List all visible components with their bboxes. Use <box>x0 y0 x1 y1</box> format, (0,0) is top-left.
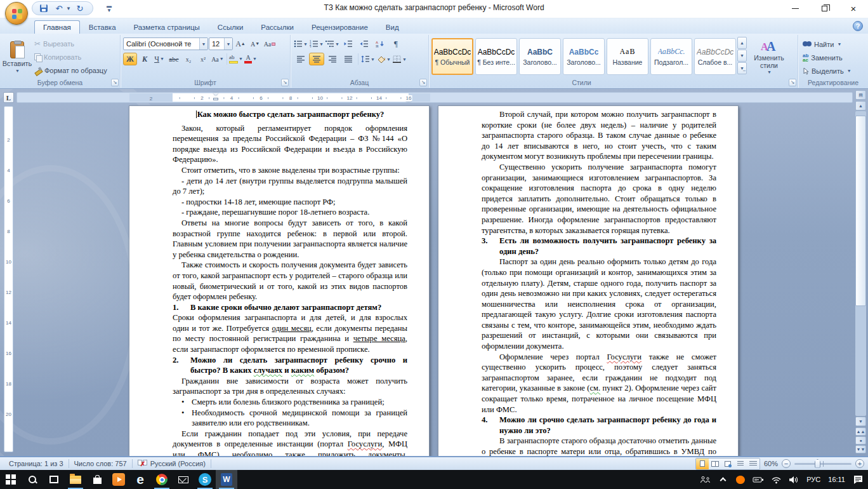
line-spacing-button[interactable]: ▼ <box>360 53 376 65</box>
close-button[interactable]: × <box>839 0 868 17</box>
font-color-button[interactable]: А▼ <box>244 53 258 65</box>
zoom-in-button[interactable]: + <box>855 459 864 468</box>
align-right-button[interactable] <box>325 53 340 65</box>
ruler-toggle-button[interactable]: ▤ <box>855 90 866 100</box>
taskbar-store-button[interactable] <box>86 470 108 489</box>
taskbar-file-explorer-button[interactable] <box>65 470 86 489</box>
wifi-icon[interactable] <box>768 470 784 489</box>
change-styles-button[interactable]: AA Изменить стили ▼ <box>749 37 789 76</box>
styles-more-button[interactable]: ▼̲ <box>737 62 747 74</box>
style-card[interactable]: АаВНазвание <box>607 38 648 75</box>
ribbon-tab[interactable]: Рассылки <box>252 20 303 34</box>
borders-button[interactable]: ▼ <box>392 53 407 65</box>
fullscreen-reading-view-button[interactable] <box>709 459 721 469</box>
document-page[interactable]: Второй случай, при котором можно получит… <box>438 105 739 456</box>
numbering-button[interactable]: 123▼ <box>309 37 324 50</box>
font-dialog-launcher[interactable]: ↘ <box>281 79 289 86</box>
style-card[interactable]: AaBbCcЗаголово... <box>563 38 605 75</box>
taskbar-word-button[interactable]: W <box>216 470 237 489</box>
page-indicator[interactable]: Страница: 1 из 3 <box>4 457 69 470</box>
taskbar-start-button[interactable] <box>0 470 22 489</box>
italic-button[interactable]: К <box>138 53 152 65</box>
paragraph-dialog-launcher[interactable]: ↘ <box>419 79 427 86</box>
style-card[interactable]: AaBbCcDcСлабое в... <box>694 38 736 75</box>
text-highlight-button[interactable]: ab▼ <box>229 53 243 65</box>
ribbon-tab[interactable]: Рецензирование <box>303 20 377 34</box>
select-button[interactable]: Выделить▼ <box>801 65 853 77</box>
align-center-button[interactable] <box>309 53 324 65</box>
bold-button[interactable]: Ж <box>123 53 137 65</box>
change-case-button[interactable]: Аа▼ <box>211 53 225 65</box>
increase-indent-button[interactable] <box>357 37 372 50</box>
battery-icon[interactable] <box>751 470 766 489</box>
select-browse-object-button[interactable]: ● <box>855 436 866 445</box>
multilevel-list-button[interactable]: ▼ <box>325 37 340 50</box>
style-card[interactable]: AaBbCcDc¶ Обычный <box>431 38 473 75</box>
volume-icon[interactable] <box>786 470 801 489</box>
sort-button[interactable]: АЯ <box>372 37 388 50</box>
previous-page-button[interactable]: ▲▲ <box>855 427 866 436</box>
scroll-thumb[interactable] <box>855 116 866 306</box>
indent-marker[interactable] <box>213 93 219 100</box>
underline-button[interactable]: Ч▼ <box>152 53 166 65</box>
ribbon-tab[interactable]: Главная <box>34 20 80 34</box>
ribbon-tab[interactable]: Разметка страницы <box>125 20 209 34</box>
word-count-indicator[interactable]: Число слов: 757 <box>69 457 132 470</box>
find-button[interactable]: Найти▼ <box>801 38 853 50</box>
justify-button[interactable] <box>341 53 356 65</box>
replace-button[interactable]: abacЗаменить <box>801 51 853 64</box>
font-family-combo[interactable]: Calibri (Основной те▼ <box>123 37 208 50</box>
system-clock[interactable]: 16:11 <box>825 470 848 489</box>
print-layout-view-button[interactable] <box>696 459 709 469</box>
web-layout-view-button[interactable] <box>721 459 734 469</box>
copy-button[interactable]: Копировать <box>32 51 110 64</box>
document-page[interactable]: Как можно быстро сделать загранпаспорт р… <box>129 105 430 456</box>
style-card[interactable]: AaBbCЗаголово... <box>519 38 561 75</box>
clear-formatting-button[interactable]: Аа <box>263 37 277 50</box>
align-left-button[interactable] <box>293 53 308 65</box>
taskbar-task-view-button[interactable] <box>43 470 65 489</box>
scroll-down-button[interactable]: ▼ <box>855 417 866 426</box>
avast-icon[interactable] <box>733 470 748 489</box>
action-center-button[interactable] <box>850 470 865 489</box>
zoom-slider-thumb[interactable] <box>815 459 820 468</box>
chevron-up-icon[interactable] <box>715 470 730 489</box>
tab-selector[interactable]: L <box>3 92 14 103</box>
shading-button[interactable]: ▼ <box>376 53 391 65</box>
font-size-combo[interactable]: 12▼ <box>209 37 233 50</box>
minimize-button[interactable] <box>780 0 810 17</box>
styles-scroll-down-button[interactable]: ▼ <box>737 50 747 62</box>
ribbon-tab[interactable]: Ссылки <box>209 20 253 34</box>
styles-dialog-launcher[interactable]: ↘ <box>789 79 796 86</box>
outline-view-button[interactable] <box>734 459 747 469</box>
keyboard-language-indicator[interactable]: РУС <box>804 470 823 489</box>
styles-scroll-up-button[interactable]: ▲ <box>737 37 747 49</box>
ribbon-tab[interactable]: Вид <box>377 20 408 34</box>
superscript-button[interactable]: x² <box>196 53 210 65</box>
office-button[interactable] <box>5 2 28 25</box>
cut-button[interactable]: ✂Вырезать <box>32 37 110 50</box>
style-card[interactable]: AaBbCcDc¶ Без инте... <box>475 38 517 75</box>
taskbar-chrome-button[interactable] <box>151 470 173 489</box>
zoom-level-label[interactable]: 60% <box>764 460 778 467</box>
spellcheck-indicator[interactable]: ✗ Русский (Россия) <box>133 457 211 470</box>
people-icon[interactable] <box>697 470 713 489</box>
style-card[interactable]: AaBbCc.Подзагол... <box>650 38 692 75</box>
taskbar-search-button[interactable] <box>22 470 43 489</box>
clipboard-dialog-launcher[interactable]: ↘ <box>111 79 119 86</box>
bullets-button[interactable]: ▼ <box>293 37 308 50</box>
taskbar-edge-button[interactable]: e <box>129 470 151 489</box>
shrink-font-button[interactable]: A▼ <box>248 37 262 50</box>
zoom-slider[interactable] <box>794 463 852 465</box>
strikethrough-button[interactable]: abc <box>167 53 181 65</box>
taskbar-media-player-button[interactable] <box>108 470 129 489</box>
help-button[interactable]: ? <box>853 21 863 31</box>
grow-font-button[interactable]: A▲ <box>233 37 247 50</box>
next-page-button[interactable]: ▼▼ <box>855 445 866 453</box>
zoom-out-button[interactable]: − <box>782 459 791 468</box>
taskbar-skype-button[interactable]: S <box>194 470 216 489</box>
format-painter-button[interactable]: Формат по образцу <box>32 64 110 77</box>
restore-button[interactable] <box>810 0 839 17</box>
subscript-button[interactable]: x₂ <box>181 53 195 65</box>
taskbar-mail-button[interactable] <box>173 470 194 489</box>
